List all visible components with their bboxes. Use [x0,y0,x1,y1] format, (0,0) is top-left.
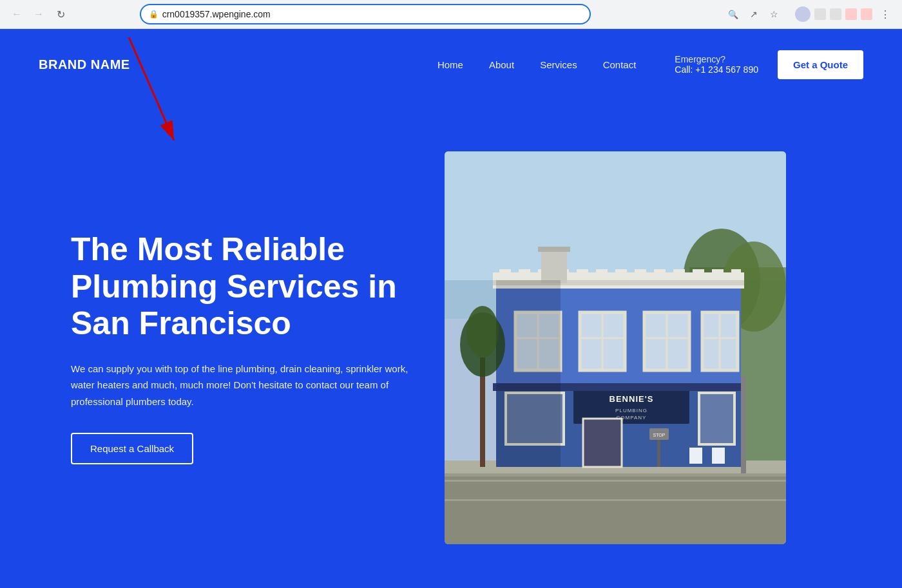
hero-description: We can supply you with top of the line p… [71,361,419,410]
site-header: BRAND NAME Home About Services Contact E… [0,29,902,100]
website-wrapper: BRAND NAME Home About Services Contact E… [0,29,902,588]
svg-rect-26 [712,269,724,276]
svg-rect-53 [699,393,734,444]
extension-icon-4 [861,8,872,20]
nav-services[interactable]: Services [540,59,577,70]
svg-rect-59 [712,448,725,464]
svg-rect-19 [577,269,588,276]
svg-rect-20 [596,269,608,276]
extension-icon [814,8,826,20]
refresh-button[interactable]: ↻ [52,5,70,23]
svg-rect-69 [445,499,786,501]
url-text: crn0019357.wpengine.com [162,9,582,19]
svg-rect-21 [615,269,627,276]
svg-text:PLUMBING: PLUMBING [615,408,648,413]
svg-rect-7 [445,467,786,544]
emergency-contact: Emergency? Call: +1 234 567 890 [675,54,758,75]
svg-text:STOP: STOP [653,433,666,437]
svg-rect-67 [496,280,561,467]
svg-rect-23 [654,269,666,276]
get-quote-button[interactable]: Get a Quote [778,50,863,79]
main-nav: Home About Services Contact [437,59,636,70]
emergency-phone: Call: +1 234 567 890 [675,64,758,75]
nav-about[interactable]: About [489,59,514,70]
address-bar-container: 🔒 crn0019357.wpengine.com [140,4,591,24]
building-illustration: BENNIE'S PLUMBING COMPANY [445,151,786,544]
lock-icon: 🔒 [149,10,158,19]
hero-title: The Most Reliable Plumbing Services in S… [71,231,419,343]
svg-rect-63 [741,377,746,473]
svg-text:BENNIE'S: BENNIE'S [609,394,654,404]
browser-toolbar: ← → ↻ 🔒 crn0019357.wpengine.com 🔍 ↗ ☆ [0,0,902,28]
svg-rect-22 [635,269,646,276]
hero-content: The Most Reliable Plumbing Services in S… [71,231,445,464]
menu-button[interactable]: ⋮ [876,5,894,23]
browser-profile-area: ⋮ [795,5,894,23]
extension-icon-2 [830,8,841,20]
nav-contact[interactable]: Contact [603,59,637,70]
hero-image: BENNIE'S PLUMBING COMPANY [445,151,786,544]
svg-rect-55 [583,419,622,467]
svg-point-66 [466,306,499,357]
browser-chrome: ← → ↻ 🔒 crn0019357.wpengine.com 🔍 ↗ ☆ [0,0,902,29]
bookmark-button[interactable]: ☆ [765,5,783,23]
svg-rect-27 [731,269,741,276]
forward-button[interactable]: → [30,5,48,23]
svg-rect-29 [538,247,570,252]
svg-rect-25 [693,269,704,276]
call-prefix: Call: [675,64,695,75]
share-button[interactable]: ↗ [745,5,763,23]
nav-home[interactable]: Home [437,59,463,70]
back-button[interactable]: ← [8,5,26,23]
browser-nav-buttons: ← → ↻ [8,5,70,23]
svg-rect-68 [445,480,786,482]
hero-section: The Most Reliable Plumbing Services in S… [0,100,902,588]
svg-rect-58 [689,448,702,464]
profile-icon [795,6,811,22]
browser-actions: 🔍 ↗ ☆ [724,5,783,23]
phone-number: +1 234 567 890 [695,64,758,75]
address-bar[interactable]: 🔒 crn0019357.wpengine.com [140,4,591,24]
svg-rect-24 [673,269,685,276]
svg-rect-28 [541,248,567,283]
emergency-label: Emergency? [675,54,758,64]
zoom-button[interactable]: 🔍 [724,5,742,23]
svg-rect-16 [519,269,530,276]
extension-icon-3 [845,8,857,20]
svg-rect-15 [499,269,511,276]
callback-button[interactable]: Request a Callback [71,433,193,464]
brand-name: BRAND NAME [39,57,130,72]
